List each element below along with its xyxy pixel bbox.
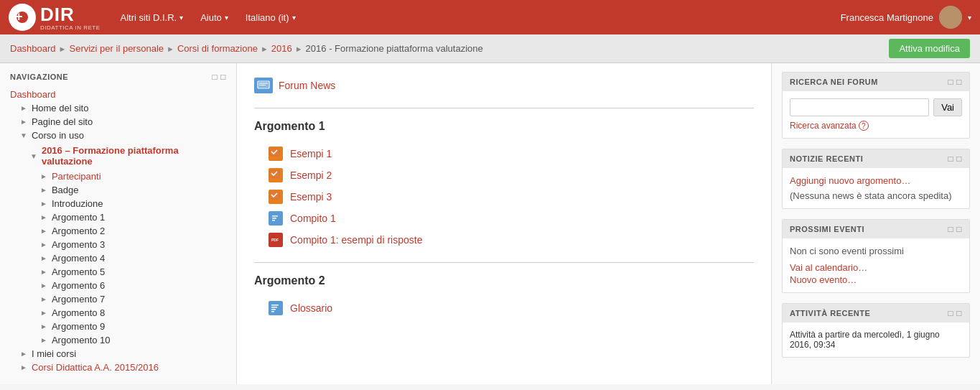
sidebar-item-argomento1[interactable]: ► Argomento 1 xyxy=(10,210,226,224)
sidebar-item-current-course[interactable]: ▼ 2016 – Formazione piattaforma valutazi… xyxy=(10,142,226,170)
glossary-icon xyxy=(269,301,283,315)
add-topic-link[interactable]: Aggiungi nuovo argomento… xyxy=(790,175,910,186)
breadcrumb-current: 2016 - Formazione piattaforma valutazion… xyxy=(306,43,483,54)
edit-button[interactable]: Attiva modifica xyxy=(889,39,970,58)
sidebar-item-pages[interactable]: ► Pagine del sito xyxy=(10,115,226,129)
sidebar-item-argomento5[interactable]: ► Argomento 5 xyxy=(10,265,226,279)
breadcrumb-sep-4: ► xyxy=(295,45,303,53)
search-input[interactable] xyxy=(790,98,929,116)
widget-expand-icon[interactable]: □ xyxy=(956,308,962,318)
arrow-right-icon: ► xyxy=(40,200,47,208)
arrow-right-icon: ► xyxy=(20,104,27,112)
widget-collapse-icon[interactable]: □ xyxy=(948,224,954,234)
breadcrumb-servizi[interactable]: Servizi per il personale xyxy=(70,43,164,54)
sidebar-item-argomento9[interactable]: ► Argomento 9 xyxy=(10,320,226,333)
arrow-right-icon: ► xyxy=(40,186,47,194)
sidebar-item-argomento6[interactable]: ► Argomento 6 xyxy=(10,279,226,292)
sidebar-expand-icon[interactable]: □ xyxy=(220,72,226,82)
nav-language[interactable]: Italiano (it) ▾ xyxy=(237,8,304,27)
section-title-2: Argomento 2 xyxy=(254,274,754,287)
svg-rect-15 xyxy=(271,305,279,306)
logo[interactable]: DIR DIDATTICA IN RETE xyxy=(9,4,100,31)
nav-other-sites[interactable]: Altri siti D.I.R. ▾ xyxy=(111,8,192,27)
pdf-icon: PDF xyxy=(269,233,283,247)
quiz-icon xyxy=(269,168,283,182)
list-item: PDF Compito 1: esempi di risposte xyxy=(254,229,754,251)
widget-expand-icon[interactable]: □ xyxy=(956,77,962,87)
arrow-right-icon: ► xyxy=(20,350,27,358)
search-button[interactable]: Vai xyxy=(933,98,962,116)
sidebar-item-argomento4[interactable]: ► Argomento 4 xyxy=(10,251,226,265)
corsi-didattica-link[interactable]: Corsi Didattica A.A. 2015/2016 xyxy=(32,362,159,373)
current-course-label: 2016 – Formazione piattaforma valutazion… xyxy=(42,144,226,168)
sidebar-item-argomento10[interactable]: ► Argomento 10 xyxy=(10,333,226,347)
sidebar-item-argomento8[interactable]: ► Argomento 8 xyxy=(10,306,226,320)
sidebar-item-corso-in-uso[interactable]: ▼ Corso in uso xyxy=(10,129,226,142)
quiz-icon xyxy=(269,190,283,204)
new-event-link[interactable]: Nuovo evento… xyxy=(790,274,962,285)
sidebar-header: NAVIGAZIONE □ □ xyxy=(10,72,226,82)
sidebar-item-introduzione[interactable]: ► Introduzione xyxy=(10,197,226,210)
calendar-link[interactable]: Vai al calendario… xyxy=(790,262,962,273)
widget-recent-activity: ATTIVITÀ RECENTE □ □ Attività a partire … xyxy=(782,303,970,358)
user-area[interactable]: Francesca Martignone ▾ xyxy=(841,6,971,29)
svg-rect-10 xyxy=(272,218,276,219)
sidebar-item-partecipanti[interactable]: ► Partecipanti xyxy=(10,170,226,183)
widget-collapse-icon[interactable]: □ xyxy=(948,77,954,87)
widget-recent-news-body: Aggiungi nuovo argomento… (Nessuna news … xyxy=(783,168,969,208)
sidebar-item-argomento7[interactable]: ► Argomento 7 xyxy=(10,292,226,306)
nav-links: Altri siti D.I.R. ▾ Aiuto ▾ Italiano (it… xyxy=(111,8,840,27)
sidebar-dashboard-link[interactable]: Dashboard xyxy=(10,89,56,100)
breadcrumb: Dashboard ► Servizi per il personale ► C… xyxy=(10,43,483,54)
logo-icon xyxy=(9,4,36,31)
sidebar-controls: □ □ xyxy=(213,72,227,82)
sidebar-collapse-icon[interactable]: □ xyxy=(213,72,218,82)
arrow-right-icon: ► xyxy=(40,336,47,344)
sidebar-item-home[interactable]: ► Home del sito xyxy=(10,101,226,115)
arrow-right-icon: ► xyxy=(20,363,27,371)
arrow-down-icon: ▼ xyxy=(30,152,37,160)
top-navigation: DIR DIDATTICA IN RETE Altri siti D.I.R. … xyxy=(0,0,980,34)
svg-marker-4 xyxy=(259,89,262,90)
sidebar-item-miei-corsi[interactable]: ► I miei corsi xyxy=(10,347,226,361)
forum-news-label: Forum News xyxy=(279,80,335,91)
arrow-right-icon: ► xyxy=(40,309,47,317)
widget-recent-news-header: NOTIZIE RECENTI □ □ xyxy=(783,149,969,168)
esempi3-link[interactable]: Esempi 3 xyxy=(290,191,332,203)
glossario-link[interactable]: Glossario xyxy=(290,302,332,314)
breadcrumb-dashboard[interactable]: Dashboard xyxy=(10,43,56,54)
sidebar-item-dashboard[interactable]: Dashboard xyxy=(10,89,226,100)
arrow-right-icon: ► xyxy=(40,254,47,262)
breadcrumb-2016[interactable]: 2016 xyxy=(271,43,292,54)
forum-news-link[interactable]: Forum News xyxy=(254,78,754,93)
sidebar-item-argomento2[interactable]: ► Argomento 2 xyxy=(10,224,226,238)
nav-help[interactable]: Aiuto ▾ xyxy=(192,8,237,27)
arrow-right-icon: ► xyxy=(40,241,47,249)
avatar-image xyxy=(939,6,962,29)
advanced-search-link[interactable]: Ricerca avanzata ? xyxy=(790,121,962,131)
widget-collapse-icon[interactable]: □ xyxy=(948,154,954,164)
partecipanti-link[interactable]: Partecipanti xyxy=(52,171,101,182)
list-item: Esempi 1 xyxy=(254,143,754,164)
widget-controls: □ □ xyxy=(948,308,963,318)
sidebar-item-corsi-didattica[interactable]: ► Corsi Didattica A.A. 2015/2016 xyxy=(10,361,226,374)
sidebar-item-badge[interactable]: ► Badge xyxy=(10,183,226,197)
arrow-right-icon: ► xyxy=(40,227,47,235)
widget-expand-icon[interactable]: □ xyxy=(956,154,962,164)
widget-upcoming-events-body: Non ci sono eventi prossimi Vai al calen… xyxy=(783,238,969,292)
right-panel: RICERCA NEI FORUM □ □ Vai Ricerca avanza… xyxy=(772,63,980,384)
arrow-right-icon: ► xyxy=(20,118,27,126)
breadcrumb-sep-2: ► xyxy=(167,45,174,53)
breadcrumb-corsi[interactable]: Corsi di formazione xyxy=(177,43,258,54)
widget-collapse-icon[interactable]: □ xyxy=(948,308,954,318)
esempi1-link[interactable]: Esempi 1 xyxy=(290,148,332,159)
user-menu-chevron[interactable]: ▾ xyxy=(968,14,971,22)
esempi2-link[interactable]: Esempi 2 xyxy=(290,170,332,181)
sidebar-item-argomento3[interactable]: ► Argomento 3 xyxy=(10,238,226,251)
avatar xyxy=(939,6,962,29)
quiz-icon xyxy=(269,147,283,161)
compito1-link[interactable]: Compito 1 xyxy=(290,213,336,224)
list-item: Glossario xyxy=(254,297,754,319)
compito1-esempi-link[interactable]: Compito 1: esempi di risposte xyxy=(290,234,422,246)
widget-expand-icon[interactable]: □ xyxy=(956,224,962,234)
